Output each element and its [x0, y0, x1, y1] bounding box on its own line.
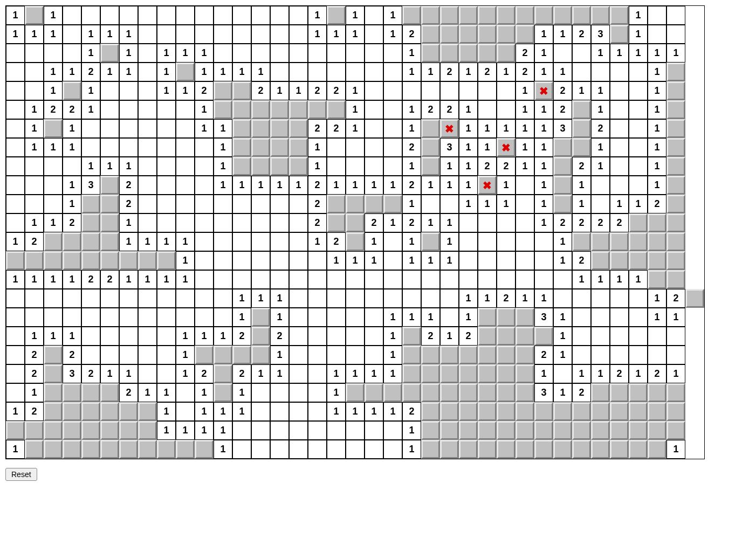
- covered-cell[interactable]: [44, 364, 63, 383]
- covered-cell[interactable]: [534, 440, 553, 459]
- covered-cell[interactable]: [157, 440, 176, 459]
- covered-cell[interactable]: [138, 402, 157, 421]
- covered-cell[interactable]: [629, 421, 648, 440]
- covered-cell[interactable]: [666, 402, 685, 421]
- covered-cell[interactable]: [610, 383, 629, 402]
- covered-cell[interactable]: [610, 232, 629, 251]
- covered-cell[interactable]: [402, 364, 421, 383]
- covered-cell[interactable]: [81, 232, 100, 251]
- covered-cell[interactable]: [478, 383, 497, 402]
- covered-cell[interactable]: [553, 440, 572, 459]
- covered-cell[interactable]: [214, 346, 232, 364]
- covered-cell[interactable]: [666, 100, 685, 119]
- covered-cell[interactable]: [610, 402, 629, 421]
- covered-cell[interactable]: [44, 251, 63, 270]
- covered-cell[interactable]: [685, 289, 704, 308]
- covered-cell[interactable]: [232, 81, 251, 100]
- covered-cell[interactable]: [629, 251, 648, 270]
- covered-cell[interactable]: [100, 251, 119, 270]
- covered-cell[interactable]: [440, 6, 459, 25]
- covered-cell[interactable]: [138, 440, 157, 459]
- covered-cell[interactable]: [25, 440, 44, 459]
- covered-cell[interactable]: [81, 195, 100, 213]
- covered-cell[interactable]: [44, 346, 63, 364]
- covered-cell[interactable]: [497, 308, 516, 327]
- covered-cell[interactable]: [553, 138, 572, 157]
- covered-cell[interactable]: [232, 346, 251, 364]
- covered-cell[interactable]: [251, 119, 270, 138]
- covered-cell[interactable]: [251, 138, 270, 157]
- covered-cell[interactable]: [497, 440, 516, 459]
- covered-cell[interactable]: [648, 383, 666, 402]
- covered-cell[interactable]: [100, 383, 119, 402]
- covered-cell[interactable]: [270, 138, 289, 157]
- covered-cell[interactable]: [63, 232, 81, 251]
- covered-cell[interactable]: [119, 251, 138, 270]
- covered-cell[interactable]: [666, 270, 685, 289]
- covered-cell[interactable]: [572, 6, 591, 25]
- covered-cell[interactable]: [440, 402, 459, 421]
- covered-cell[interactable]: [440, 364, 459, 383]
- covered-cell[interactable]: [402, 327, 421, 346]
- covered-cell[interactable]: [232, 119, 251, 138]
- covered-cell[interactable]: [516, 308, 534, 327]
- covered-cell[interactable]: [478, 364, 497, 383]
- mine-cell[interactable]: ✖: [497, 138, 516, 157]
- covered-cell[interactable]: [610, 440, 629, 459]
- covered-cell[interactable]: [346, 232, 365, 251]
- covered-cell[interactable]: [497, 383, 516, 402]
- covered-cell[interactable]: [100, 195, 119, 213]
- covered-cell[interactable]: [421, 119, 440, 138]
- covered-cell[interactable]: [572, 440, 591, 459]
- covered-cell[interactable]: [478, 346, 497, 364]
- covered-cell[interactable]: [44, 421, 63, 440]
- covered-cell[interactable]: [666, 157, 685, 176]
- covered-cell[interactable]: [516, 383, 534, 402]
- mine-cell[interactable]: ✖: [534, 81, 553, 100]
- covered-cell[interactable]: [666, 176, 685, 195]
- covered-cell[interactable]: [478, 6, 497, 25]
- covered-cell[interactable]: [289, 100, 308, 119]
- covered-cell[interactable]: [666, 383, 685, 402]
- covered-cell[interactable]: [6, 421, 25, 440]
- covered-cell[interactable]: [289, 157, 308, 176]
- covered-cell[interactable]: [440, 346, 459, 364]
- covered-cell[interactable]: [100, 421, 119, 440]
- covered-cell[interactable]: [648, 421, 666, 440]
- covered-cell[interactable]: [516, 327, 534, 346]
- covered-cell[interactable]: [459, 6, 478, 25]
- covered-cell[interactable]: [516, 25, 534, 44]
- covered-cell[interactable]: [591, 421, 610, 440]
- covered-cell[interactable]: [666, 421, 685, 440]
- covered-cell[interactable]: [365, 195, 383, 213]
- covered-cell[interactable]: [534, 6, 553, 25]
- covered-cell[interactable]: [629, 232, 648, 251]
- covered-cell[interactable]: [666, 81, 685, 100]
- covered-cell[interactable]: [138, 421, 157, 440]
- covered-cell[interactable]: [119, 421, 138, 440]
- covered-cell[interactable]: [666, 138, 685, 157]
- covered-cell[interactable]: [289, 138, 308, 157]
- covered-cell[interactable]: [478, 44, 497, 63]
- covered-cell[interactable]: [553, 176, 572, 195]
- covered-cell[interactable]: [100, 402, 119, 421]
- covered-cell[interactable]: [251, 100, 270, 119]
- covered-cell[interactable]: [81, 421, 100, 440]
- covered-cell[interactable]: [534, 421, 553, 440]
- covered-cell[interactable]: [100, 176, 119, 195]
- covered-cell[interactable]: [195, 346, 214, 364]
- covered-cell[interactable]: [459, 383, 478, 402]
- covered-cell[interactable]: [232, 138, 251, 157]
- covered-cell[interactable]: [383, 195, 402, 213]
- covered-cell[interactable]: [553, 402, 572, 421]
- covered-cell[interactable]: [591, 383, 610, 402]
- covered-cell[interactable]: [666, 195, 685, 213]
- covered-cell[interactable]: [100, 213, 119, 232]
- covered-cell[interactable]: [25, 6, 44, 25]
- covered-cell[interactable]: [459, 440, 478, 459]
- covered-cell[interactable]: [157, 251, 176, 270]
- covered-cell[interactable]: [553, 421, 572, 440]
- covered-cell[interactable]: [534, 327, 553, 346]
- covered-cell[interactable]: [63, 421, 81, 440]
- covered-cell[interactable]: [421, 25, 440, 44]
